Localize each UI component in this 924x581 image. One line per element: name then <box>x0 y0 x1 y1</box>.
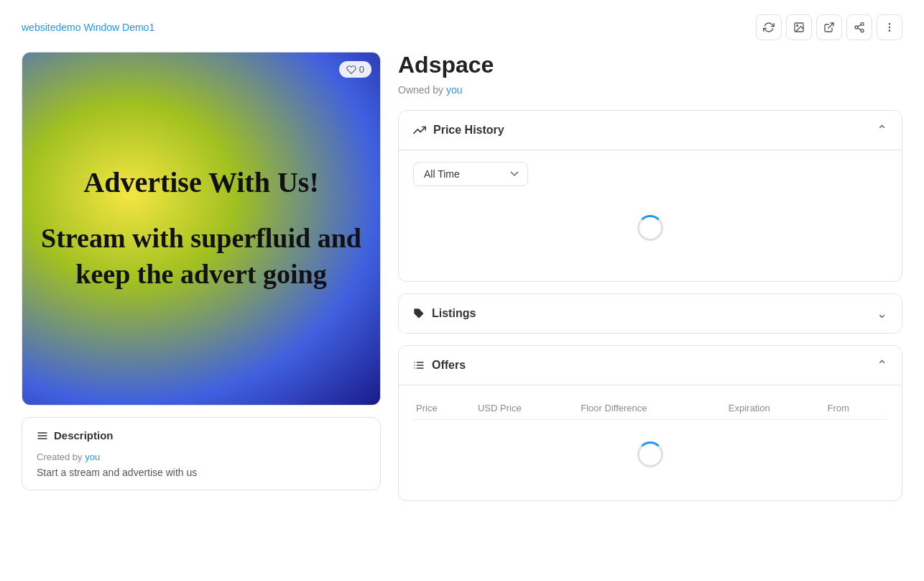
owned-by-label: Owned by <box>398 84 443 96</box>
nft-image-subtitle: Stream with superfluid and keep the adve… <box>37 221 366 292</box>
refresh-button[interactable] <box>756 14 782 40</box>
tag-icon <box>413 308 425 319</box>
share-button[interactable] <box>846 14 872 40</box>
price-history-header[interactable]: Price History ⌃ <box>399 111 902 150</box>
description-text: Start a stream and advertise with us <box>37 467 366 478</box>
left-panel: 0 Advertise With Us! Stream with superfl… <box>22 52 381 490</box>
svg-point-10 <box>889 30 890 31</box>
more-options-button[interactable] <box>877 14 902 40</box>
price-history-header-left: Price History <box>413 124 504 137</box>
col-floor-difference: Floor Difference <box>581 397 729 420</box>
nft-title: Adspace <box>398 52 902 78</box>
description-header: Description <box>37 429 366 442</box>
offers-label: Offers <box>432 359 466 372</box>
offers-header-left: Offers <box>413 359 466 372</box>
open-external-icon <box>823 22 835 33</box>
description-label: Description <box>54 429 114 442</box>
offers-body: Price USD Price Floor Difference Expirat… <box>399 385 902 500</box>
list-icon <box>413 360 425 371</box>
listings-label: Listings <box>432 307 476 320</box>
image-button[interactable] <box>786 14 812 40</box>
created-by-label: Created by <box>37 452 83 462</box>
listings-header-left: Listings <box>413 307 476 320</box>
svg-line-7 <box>858 24 861 27</box>
like-button[interactable]: 0 <box>339 61 371 78</box>
trending-up-icon <box>413 124 426 137</box>
main-content: 0 Advertise With Us! Stream with superfl… <box>22 52 902 513</box>
open-external-button[interactable] <box>816 14 842 40</box>
description-card: Description Created by you Start a strea… <box>22 417 381 490</box>
svg-point-9 <box>889 27 890 27</box>
owned-by: Owned by you <box>398 84 902 96</box>
owner-link[interactable]: you <box>446 84 463 96</box>
svg-line-2 <box>828 23 833 28</box>
more-icon <box>884 22 895 33</box>
nft-card: 0 Advertise With Us! Stream with superfl… <box>22 52 381 406</box>
spinner-animation <box>637 215 663 241</box>
price-history-section: Price History ⌃ All Time Last 7 Days Las… <box>398 110 902 282</box>
heart-icon <box>346 65 356 75</box>
time-range-select[interactable]: All Time Last 7 Days Last 30 Days Last 9… <box>413 162 528 186</box>
listings-header[interactable]: Listings ⌄ <box>399 294 902 333</box>
nft-image: Advertise With Us! Stream with superflui… <box>22 52 380 405</box>
menu-icon <box>37 430 48 442</box>
price-history-body: All Time Last 7 Days Last 30 Days Last 9… <box>399 150 902 281</box>
offers-table: Price USD Price Floor Difference Expirat… <box>413 397 887 420</box>
like-count: 0 <box>359 64 364 75</box>
top-actions <box>756 14 902 40</box>
listings-section: Listings ⌄ <box>398 293 902 334</box>
price-history-chevron-up-icon: ⌃ <box>877 122 887 138</box>
created-by: Created by you <box>37 452 366 462</box>
creator-link[interactable]: you <box>85 452 100 462</box>
offers-header[interactable]: Offers ⌃ <box>399 346 902 385</box>
offers-chevron-up-icon: ⌃ <box>877 357 887 373</box>
svg-point-1 <box>797 25 798 27</box>
price-history-label: Price History <box>433 124 504 137</box>
svg-line-6 <box>858 28 861 30</box>
svg-point-8 <box>889 24 890 24</box>
listings-chevron-down-icon: ⌄ <box>877 306 887 321</box>
right-panel: Adspace Owned by you Price History ⌃ <box>398 52 902 513</box>
image-icon <box>793 22 805 33</box>
col-from: From <box>827 397 887 420</box>
offers-spinner <box>637 442 663 467</box>
offers-section: Offers ⌃ Price USD Price Floor Differenc… <box>398 345 902 501</box>
site-name: websitedemo Window Demo1 <box>22 22 154 33</box>
nft-image-title: Advertise With Us! <box>83 165 318 199</box>
price-history-loading <box>413 186 887 270</box>
top-bar: websitedemo Window Demo1 <box>22 14 902 40</box>
col-price: Price <box>413 397 478 420</box>
col-expiration: Expiration <box>729 397 828 420</box>
offers-table-header-row: Price USD Price Floor Difference Expirat… <box>413 397 887 420</box>
share-icon <box>854 22 865 33</box>
offers-loading <box>413 420 887 489</box>
refresh-icon <box>763 22 775 33</box>
col-usd-price: USD Price <box>478 397 581 420</box>
